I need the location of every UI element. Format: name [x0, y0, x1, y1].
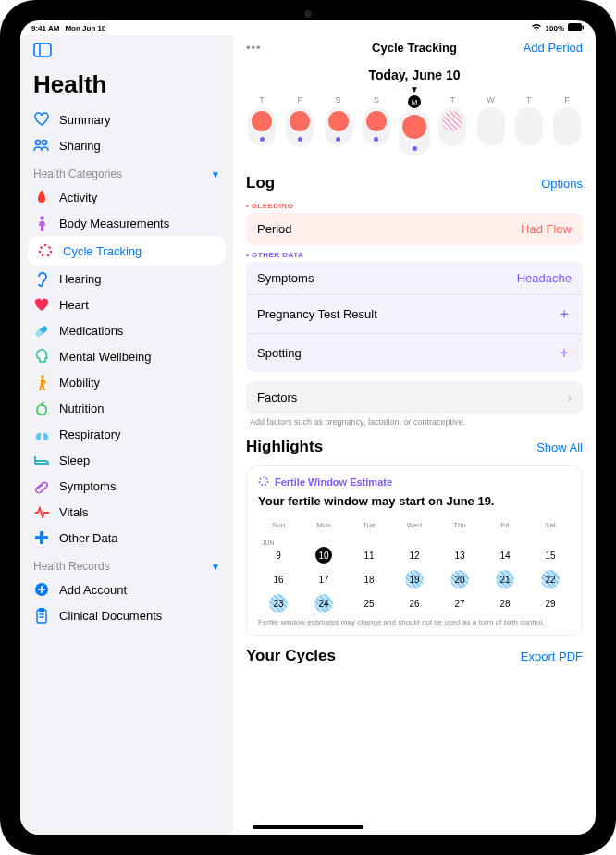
log-row-symptoms[interactable]: Symptoms Headache: [246, 262, 583, 294]
log-row-spotting[interactable]: Spotting ＋: [246, 333, 583, 372]
clipboard-icon: [33, 607, 50, 624]
export-pdf-button[interactable]: Export PDF: [521, 650, 583, 663]
sidebar-item-heart[interactable]: Heart: [20, 291, 233, 317]
log-row-pregnancy-test[interactable]: Pregnancy Test Result ＋: [246, 294, 583, 333]
sidebar-item-nutrition[interactable]: Nutrition: [20, 395, 233, 421]
svg-point-7: [44, 244, 47, 247]
fertile-icon: [258, 476, 269, 489]
log-row-factors[interactable]: Factors ›: [246, 381, 583, 414]
calendar-day[interactable]: 24: [303, 594, 344, 613]
day-column[interactable]: S: [323, 95, 354, 155]
log-label: Period: [257, 222, 292, 236]
category-icon: [33, 477, 50, 494]
sidebar-item-vitals[interactable]: Vitals: [20, 499, 233, 525]
day-column[interactable]: F: [284, 95, 315, 155]
day-label: T: [526, 95, 532, 105]
more-options-icon[interactable]: •••: [246, 41, 262, 55]
section-header-label: Health Categories: [33, 167, 122, 180]
calendar-day[interactable]: 17: [303, 570, 344, 589]
sidebar-item-sleep[interactable]: Sleep: [20, 447, 233, 473]
sidebar-item-activity[interactable]: Activity: [20, 184, 233, 210]
records-header[interactable]: Health Records ▼: [20, 551, 233, 576]
day-column[interactable]: W: [475, 95, 507, 155]
calendar-day[interactable]: 13: [439, 546, 480, 564]
calendar-day[interactable]: 20: [439, 570, 480, 589]
sidebar-item-other-data[interactable]: Other Data: [20, 525, 233, 551]
category-icon: [33, 322, 50, 339]
sidebar-item-add-account[interactable]: Add Account: [20, 576, 233, 602]
day-column[interactable]: S: [361, 95, 392, 155]
svg-point-4: [36, 141, 41, 145]
calendar-day[interactable]: 23: [258, 594, 299, 613]
sidebar-label: Medications: [59, 324, 123, 338]
sidebar-toggle-icon[interactable]: [33, 44, 52, 60]
calendar-day[interactable]: 14: [485, 546, 525, 564]
day-column[interactable]: T: [437, 95, 468, 155]
categories-header[interactable]: Health Categories ▼: [20, 158, 233, 184]
fertile-title-label: Fertile Window Estimate: [275, 477, 392, 488]
calendar-day[interactable]: 27: [439, 594, 480, 613]
sidebar-item-symptoms[interactable]: Symptoms: [20, 473, 233, 499]
fertile-window-card[interactable]: Fertile Window Estimate Your fertile win…: [246, 465, 583, 636]
sidebar-item-hearing[interactable]: Hearing: [20, 266, 233, 291]
calendar-day[interactable]: 29: [530, 594, 571, 613]
highlights-title: Highlights: [246, 438, 323, 456]
svg-rect-1: [583, 25, 585, 29]
day-label: F: [298, 95, 303, 105]
camera-pill: [304, 10, 312, 18]
calendar-day[interactable]: 15: [530, 546, 571, 564]
day-column[interactable]: T: [246, 95, 277, 155]
day-circle: [286, 107, 314, 146]
day-strip[interactable]: TFSSMTWTF: [246, 95, 583, 155]
plus-icon: ＋: [557, 304, 572, 324]
chevron-down-icon: ▼: [211, 562, 220, 572]
svg-point-8: [48, 246, 51, 249]
sidebar-item-medications[interactable]: Medications: [20, 317, 233, 343]
calendar-day[interactable]: 9: [258, 546, 299, 564]
bleeding-header: • BLEEDING: [246, 202, 583, 210]
sidebar-label: Sharing: [59, 139, 101, 153]
sidebar-label: Sleep: [59, 453, 90, 467]
calendar-day[interactable]: 18: [349, 570, 389, 589]
sidebar: Health Summary Sharing Health Categories…: [20, 35, 233, 835]
calendar-day[interactable]: 12: [394, 546, 435, 564]
day-column[interactable]: T: [513, 95, 545, 155]
day-circle: [477, 107, 505, 146]
calendar-day[interactable]: 16: [258, 570, 299, 589]
sidebar-item-mental-wellbeing[interactable]: Mental Wellbeing: [20, 343, 233, 369]
calendar-day[interactable]: 10: [303, 546, 344, 564]
plus-icon: ＋: [557, 343, 572, 363]
sidebar-item-body-measurements[interactable]: Body Measurements: [20, 210, 233, 236]
add-period-button[interactable]: Add Period: [524, 41, 583, 55]
calendar-day[interactable]: 11: [349, 546, 389, 564]
home-indicator[interactable]: [253, 825, 363, 829]
log-options-button[interactable]: Options: [541, 177, 583, 191]
day-column[interactable]: F: [551, 95, 583, 155]
calendar-day[interactable]: 19: [394, 570, 435, 589]
your-cycles-title: Your Cycles: [246, 647, 336, 665]
sidebar-item-clinical-docs[interactable]: Clinical Documents: [20, 602, 233, 628]
sidebar-label: Clinical Documents: [59, 609, 162, 623]
day-column[interactable]: M: [399, 95, 430, 155]
show-all-button[interactable]: Show All: [536, 440, 583, 454]
factors-hint: Add factors such as pregnancy, lactation…: [246, 414, 583, 427]
svg-point-16: [41, 375, 44, 378]
sidebar-item-sharing[interactable]: Sharing: [20, 132, 233, 158]
calendar-day[interactable]: 21: [485, 570, 525, 589]
log-row-period[interactable]: Period Had Flow: [246, 213, 583, 245]
calendar-day[interactable]: 25: [349, 594, 389, 613]
status-bar: 9:41 AM Mon Jun 10 100%: [20, 20, 596, 35]
sidebar-label: Vitals: [59, 505, 89, 519]
plus-circle-icon: [33, 581, 50, 598]
weekday-label: Thu: [439, 515, 480, 534]
sidebar-item-cycle-tracking[interactable]: Cycle Tracking: [28, 236, 226, 266]
calendar-day[interactable]: 28: [485, 594, 525, 613]
day-circle: [399, 111, 430, 155]
sidebar-item-summary[interactable]: Summary: [20, 106, 233, 132]
status-time: 9:41 AM: [31, 24, 59, 32]
sidebar-item-mobility[interactable]: Mobility: [20, 369, 233, 395]
calendar-day[interactable]: 26: [394, 594, 435, 613]
sidebar-item-respiratory[interactable]: Respiratory: [20, 421, 233, 447]
sidebar-label: Activity: [59, 191, 97, 204]
calendar-day[interactable]: 22: [530, 570, 571, 589]
